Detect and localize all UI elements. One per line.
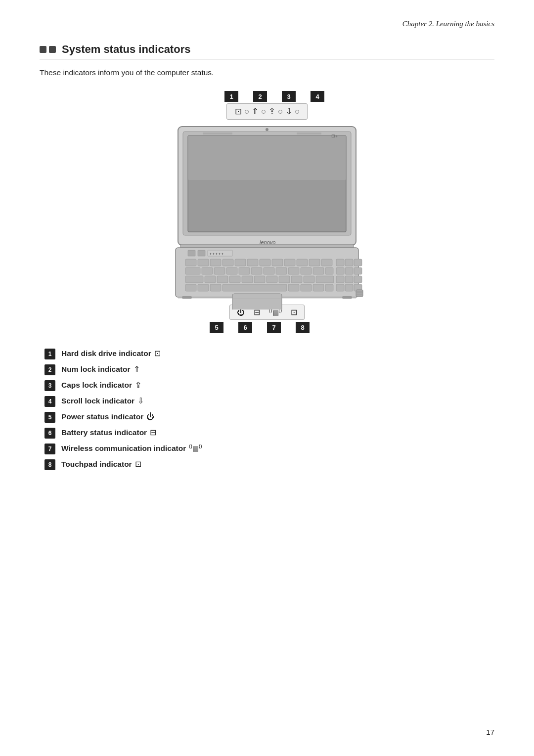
item-icon-4: ⇩ xyxy=(137,396,144,405)
svg-point-4 xyxy=(266,128,268,131)
svg-rect-17 xyxy=(210,259,221,266)
indicator-num-7: 7 xyxy=(267,322,281,333)
svg-rect-35 xyxy=(251,267,262,274)
laptop-svg: lenovo ⊡+ ✦✦✦✦✦ xyxy=(138,122,396,310)
intro-text: These indicators inform you of the compu… xyxy=(40,68,494,77)
item-badge-5: 5 xyxy=(44,412,55,423)
dot-2 xyxy=(49,46,56,53)
svg-rect-30 xyxy=(185,267,200,274)
svg-rect-77 xyxy=(182,296,192,299)
svg-rect-58 xyxy=(354,276,362,283)
item-icon-5: ⏻ xyxy=(146,412,154,421)
list-item: 7 Wireless communication indicator ()▤() xyxy=(44,444,494,454)
item-badge-8: 8 xyxy=(44,459,55,470)
item-label-6: Battery status indicator xyxy=(61,428,147,437)
list-item: 1 Hard disk drive indicator ⊡ xyxy=(44,349,494,359)
item-label-1: Hard disk drive indicator xyxy=(61,349,151,358)
hdd-icon: ⊡ xyxy=(235,106,242,117)
item-badge-3: 3 xyxy=(44,380,55,391)
svg-rect-20 xyxy=(247,259,258,266)
item-icon-3: ⇪ xyxy=(135,380,141,390)
svg-rect-34 xyxy=(239,267,250,274)
svg-rect-19 xyxy=(235,259,246,266)
svg-rect-41 xyxy=(325,267,333,274)
item-icon-6: ⊟ xyxy=(150,428,156,437)
page-number: 17 xyxy=(486,728,494,736)
svg-rect-21 xyxy=(260,259,270,266)
section-title: System status indicators xyxy=(62,43,190,56)
item-badge-7: 7 xyxy=(44,444,55,454)
item-label-3: Caps lock indicator xyxy=(61,381,132,390)
item-icon-2: ⇑ xyxy=(134,364,140,374)
svg-rect-64 xyxy=(301,284,312,291)
svg-rect-51 xyxy=(267,276,277,283)
circle-1 xyxy=(245,110,249,114)
svg-rect-37 xyxy=(276,267,287,274)
indicator-num-8: 8 xyxy=(296,322,310,333)
item-icon-7: ()▤() xyxy=(189,444,202,452)
svg-rect-24 xyxy=(297,259,308,266)
svg-rect-59 xyxy=(185,284,196,291)
svg-rect-78 xyxy=(342,296,352,299)
svg-rect-29 xyxy=(354,259,362,266)
indicator-num-4: 4 xyxy=(311,91,324,102)
svg-rect-16 xyxy=(198,259,209,266)
svg-rect-28 xyxy=(345,259,353,266)
item-badge-1: 1 xyxy=(44,349,55,359)
capslock-icon: ⇪ xyxy=(268,106,275,117)
svg-rect-70 xyxy=(232,294,282,310)
item-label-2: Num lock indicator xyxy=(61,365,131,374)
svg-rect-42 xyxy=(336,267,344,274)
svg-rect-3 xyxy=(188,135,346,180)
scrolllock-icon: ⇩ xyxy=(285,106,292,117)
svg-rect-73 xyxy=(356,290,363,297)
svg-rect-23 xyxy=(284,259,295,266)
svg-rect-49 xyxy=(242,276,253,283)
section-dots xyxy=(40,46,56,53)
circle-2 xyxy=(262,110,266,114)
item-badge-4: 4 xyxy=(44,396,55,407)
list-item: 4 Scroll lock indicator ⇩ xyxy=(44,396,494,407)
item-label-8: Touchpad indicator xyxy=(61,460,132,469)
svg-rect-48 xyxy=(229,276,240,283)
svg-rect-25 xyxy=(309,259,320,266)
dot-1 xyxy=(40,46,46,53)
indicator-num-3: 3 xyxy=(282,91,296,102)
svg-rect-6 xyxy=(203,133,232,134)
indicator-list: 1 Hard disk drive indicator ⊡ 2 Num lock… xyxy=(40,349,494,470)
svg-rect-43 xyxy=(345,267,353,274)
circle-3 xyxy=(278,110,282,114)
svg-rect-26 xyxy=(321,259,332,266)
item-badge-2: 2 xyxy=(44,364,55,375)
svg-text:⊡+: ⊡+ xyxy=(331,133,338,138)
indicator-num-2: 2 xyxy=(253,91,267,102)
svg-rect-32 xyxy=(214,267,225,274)
diagram-container: 1 2 3 4 ⊡ ⇑ ⇪ ⇩ xyxy=(40,91,494,333)
svg-rect-46 xyxy=(205,276,216,283)
svg-rect-47 xyxy=(217,276,228,283)
svg-rect-68 xyxy=(345,284,353,291)
section-title-row: System status indicators xyxy=(40,43,494,59)
svg-rect-11 xyxy=(188,250,195,256)
item-icon-1: ⊡ xyxy=(154,349,161,358)
numlock-icon: ⇑ xyxy=(252,106,259,117)
svg-rect-63 xyxy=(288,284,299,291)
svg-rect-27 xyxy=(336,259,344,266)
list-item: 2 Num lock indicator ⇑ xyxy=(44,364,494,375)
item-label-7: Wireless communication indicator xyxy=(61,444,186,453)
item-label-4: Scroll lock indicator xyxy=(61,397,134,405)
svg-rect-12 xyxy=(198,250,205,256)
svg-rect-65 xyxy=(313,284,324,291)
svg-rect-61 xyxy=(210,284,221,291)
circle-4 xyxy=(295,110,299,114)
item-badge-6: 6 xyxy=(44,428,55,439)
svg-rect-44 xyxy=(354,267,362,274)
svg-rect-33 xyxy=(226,267,237,274)
svg-rect-55 xyxy=(316,276,334,283)
item-icon-8: ⊡ xyxy=(135,459,141,469)
svg-rect-22 xyxy=(272,259,283,266)
svg-rect-54 xyxy=(304,276,314,283)
indicator-num-5: 5 xyxy=(210,322,223,333)
chapter-header: Chapter 2. Learning the basics xyxy=(40,20,494,28)
top-indicator-strip: ⊡ ⇑ ⇪ ⇩ xyxy=(226,103,308,120)
